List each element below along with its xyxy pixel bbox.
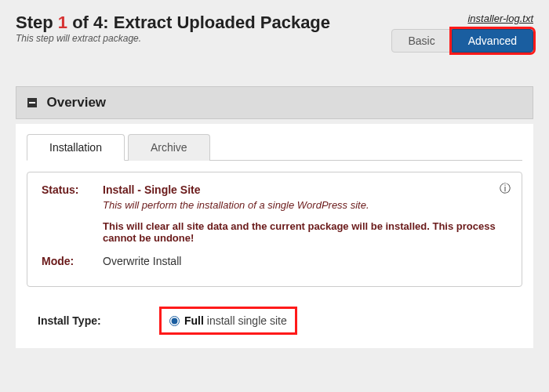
install-type-full-radio[interactable] — [169, 316, 180, 326]
tab-archive[interactable]: Archive — [128, 134, 210, 161]
advanced-button[interactable]: Advanced — [452, 29, 533, 53]
step-suffix: of 4: Extract Uploaded Package — [67, 13, 330, 32]
installer-log-link[interactable]: installer-log.txt — [391, 13, 533, 24]
status-warning: This will clear all site data and the cu… — [103, 220, 507, 244]
mode-label: Mode: — [42, 255, 103, 267]
status-label: Status: — [42, 183, 103, 196]
overview-content: Installation Archive ⓘ Status: Install -… — [16, 124, 533, 348]
basic-button[interactable]: Basic — [391, 29, 451, 53]
mode-toggle: Basic Advanced — [391, 29, 533, 53]
status-panel: ⓘ Status: Install - Single Site This wil… — [27, 172, 522, 287]
install-type-full-option[interactable]: Full install single site — [162, 309, 295, 332]
status-description: This will perform the installation of a … — [103, 199, 507, 211]
overview-section-header[interactable]: Overview — [16, 86, 533, 119]
mode-value: Overwrite Install — [103, 255, 181, 267]
step-number: 1 — [58, 13, 67, 32]
help-icon[interactable]: ⓘ — [500, 182, 511, 196]
status-value: Install - Single Site — [103, 183, 200, 196]
step-prefix: Step — [16, 13, 58, 32]
page-title: Step 1 of 4: Extract Uploaded Package — [16, 13, 330, 33]
install-type-full-text: Full install single site — [184, 314, 287, 327]
tab-installation[interactable]: Installation — [27, 134, 125, 161]
page-subtitle: This step will extract package. — [16, 33, 330, 44]
overview-title: Overview — [46, 95, 106, 110]
collapse-icon — [27, 98, 37, 107]
install-type-label: Install Type: — [38, 314, 162, 327]
